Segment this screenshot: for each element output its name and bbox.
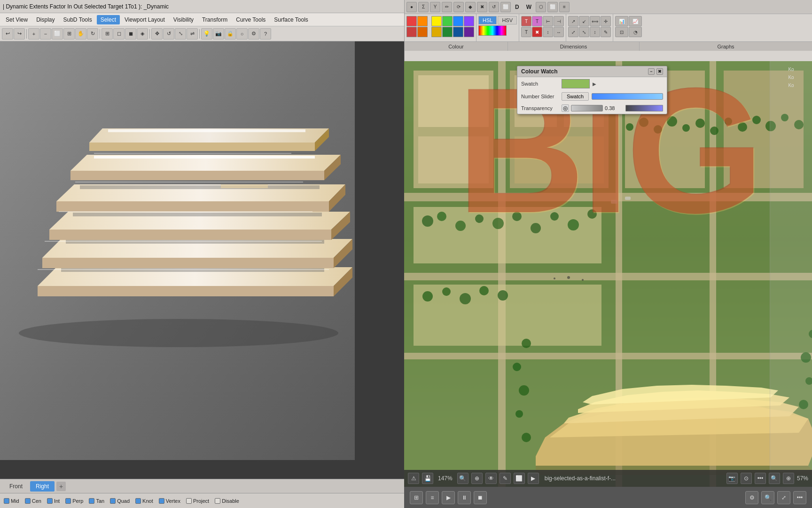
- swatch-darkgreen[interactable]: [442, 27, 453, 37]
- line-chart-icon[interactable]: 📈: [629, 16, 642, 26]
- tb-mirror[interactable]: ⇌: [187, 28, 198, 40]
- swatch-darkorange[interactable]: [417, 27, 428, 37]
- arrow-icon-1[interactable]: ↗: [568, 16, 578, 26]
- snap-cen[interactable]: Cen: [25, 498, 41, 504]
- rt-reload-icon[interactable]: ↺: [489, 2, 499, 12]
- rbn-more-icon[interactable]: •••: [793, 491, 806, 504]
- snap-project-checkbox[interactable]: [186, 498, 192, 504]
- rbn-stop-icon[interactable]: ⏹: [474, 491, 487, 504]
- tb-rotate2[interactable]: ↺: [163, 28, 174, 40]
- snap-tan[interactable]: Tan: [89, 498, 104, 504]
- snap-quad[interactable]: Quad: [110, 498, 130, 504]
- transparency-slider-handle[interactable]: ◎: [562, 104, 569, 112]
- tb-grid[interactable]: ⊞: [102, 28, 113, 40]
- rt-d-btn[interactable]: D: [512, 3, 522, 11]
- crosshair-icon[interactable]: ✛: [601, 16, 611, 26]
- dim-icon-3[interactable]: ↕: [543, 27, 553, 37]
- transparency-gradient-bar[interactable]: [625, 105, 663, 111]
- scatter-icon[interactable]: ⊡: [615, 27, 628, 37]
- aerial-search-icon[interactable]: 🔍: [457, 473, 468, 484]
- rbn-grid-icon[interactable]: ⊞: [410, 491, 423, 504]
- swatch-blue[interactable]: [453, 16, 463, 26]
- menu-set-view[interactable]: Set View: [2, 15, 31, 24]
- rt-pen-icon[interactable]: ✏: [442, 2, 452, 12]
- swatch-darkred[interactable]: [406, 27, 417, 37]
- snap-vertex[interactable]: Vertex: [159, 498, 180, 504]
- tb-camera[interactable]: 📷: [213, 28, 224, 40]
- tb-redo[interactable]: ↪: [14, 28, 25, 40]
- aerial-zoom-out-icon[interactable]: 🔍: [769, 473, 780, 484]
- tb-scale[interactable]: ⤡: [175, 28, 186, 40]
- tb-pan[interactable]: ✋: [75, 28, 86, 40]
- panel-close-btn[interactable]: ✖: [656, 68, 663, 75]
- swatch-yellow[interactable]: [431, 16, 442, 26]
- rt-y-icon[interactable]: Y: [430, 2, 440, 12]
- panel-ko-1[interactable]: Ko: [786, 66, 796, 73]
- tag-icon-1[interactable]: T: [521, 16, 531, 26]
- rbn-expand-icon[interactable]: ⤢: [777, 491, 790, 504]
- transparency-slider[interactable]: [571, 105, 603, 111]
- rt-circle-icon[interactable]: ●: [406, 2, 417, 12]
- arrow-icon-6[interactable]: ↕: [590, 27, 600, 37]
- tag-icon-2[interactable]: T: [532, 16, 542, 26]
- tab-right[interactable]: Right: [30, 481, 55, 492]
- rbn-list-icon[interactable]: ≡: [426, 491, 439, 504]
- rt-sigma-icon[interactable]: Σ: [418, 2, 429, 12]
- arrow-icon-2[interactable]: ↙: [579, 16, 589, 26]
- rt-hex-icon[interactable]: ⬡: [536, 2, 546, 12]
- snap-mid[interactable]: Mid: [4, 498, 19, 504]
- swatch-purple[interactable]: [464, 16, 474, 26]
- snap-quad-checkbox[interactable]: [110, 498, 116, 504]
- snap-mid-checkbox[interactable]: [4, 498, 9, 504]
- panel-ko-3[interactable]: Ko: [786, 82, 796, 89]
- rt-menu-icon[interactable]: ≡: [559, 2, 570, 12]
- rt-square-icon[interactable]: ⬜: [500, 2, 511, 12]
- pie-icon[interactable]: ◔: [629, 27, 642, 37]
- tb-undo[interactable]: ↩: [2, 28, 13, 40]
- rt-cross-icon[interactable]: ✖: [477, 2, 487, 12]
- tb-light[interactable]: 💡: [201, 28, 212, 40]
- tb-zoom-in[interactable]: +: [28, 28, 39, 40]
- aerial-locate-icon[interactable]: ⊙: [741, 473, 752, 484]
- snap-int-checkbox[interactable]: [47, 498, 53, 504]
- hsl-btn[interactable]: HSL: [478, 16, 497, 24]
- menu-curve-tools[interactable]: Curve Tools: [232, 15, 269, 24]
- menu-viewport-layout[interactable]: Viewport Layout: [121, 15, 169, 24]
- menu-select[interactable]: Select: [97, 15, 120, 24]
- tb-lock[interactable]: 🔒: [225, 28, 236, 40]
- aerial-more-icon[interactable]: •••: [755, 473, 766, 484]
- menu-surface-tools[interactable]: Surface Tools: [270, 15, 312, 24]
- rt-preview-icon[interactable]: ⬜: [547, 2, 558, 12]
- tb-settings[interactable]: ⚙: [248, 28, 259, 40]
- tb-move[interactable]: ✥: [151, 28, 163, 40]
- menu-visibility[interactable]: Visibility: [170, 15, 197, 24]
- colour-spectrum[interactable]: [478, 25, 507, 36]
- dim-icon-2[interactable]: ⊣: [554, 16, 564, 26]
- swatch-darkpurple[interactable]: [464, 27, 474, 37]
- tb-wire[interactable]: ◻: [113, 28, 125, 40]
- snap-knot-checkbox[interactable]: [135, 498, 141, 504]
- snap-knot[interactable]: Knot: [135, 498, 153, 504]
- swatch-darkblue[interactable]: [453, 27, 463, 37]
- tab-add[interactable]: +: [56, 482, 66, 491]
- panel-ko-2[interactable]: Ko: [786, 74, 796, 81]
- colour-swatch-preview[interactable]: [562, 79, 590, 88]
- dim-icon-4[interactable]: ↔: [554, 27, 564, 37]
- tab-front[interactable]: Front: [4, 481, 28, 492]
- tag-icon-4[interactable]: ✖: [532, 27, 542, 37]
- aerial-arrow-icon[interactable]: ▶: [528, 473, 539, 484]
- snap-perp[interactable]: Perp: [65, 498, 83, 504]
- arrow-icon-5[interactable]: ⤡: [579, 27, 589, 37]
- dim-icon-1[interactable]: ⊢: [543, 16, 553, 26]
- aerial-crosshair-icon[interactable]: ⊕: [471, 473, 483, 484]
- menu-transform[interactable]: Transform: [198, 15, 231, 24]
- tb-zoom-window[interactable]: ⬜: [52, 28, 63, 40]
- tb-render[interactable]: ◈: [137, 28, 148, 40]
- aerial-save-icon[interactable]: 💾: [422, 473, 433, 484]
- tag-icon-3[interactable]: T: [521, 27, 531, 37]
- rt-refresh-icon[interactable]: ⟳: [453, 2, 464, 12]
- tb-sphere[interactable]: ○: [236, 28, 248, 40]
- snap-tan-checkbox[interactable]: [89, 498, 94, 504]
- snap-disable-checkbox[interactable]: [215, 498, 220, 504]
- aerial-viewport[interactable]: BIG Colour Watch − ✖ Swatch ▶ Number Sli…: [404, 61, 812, 508]
